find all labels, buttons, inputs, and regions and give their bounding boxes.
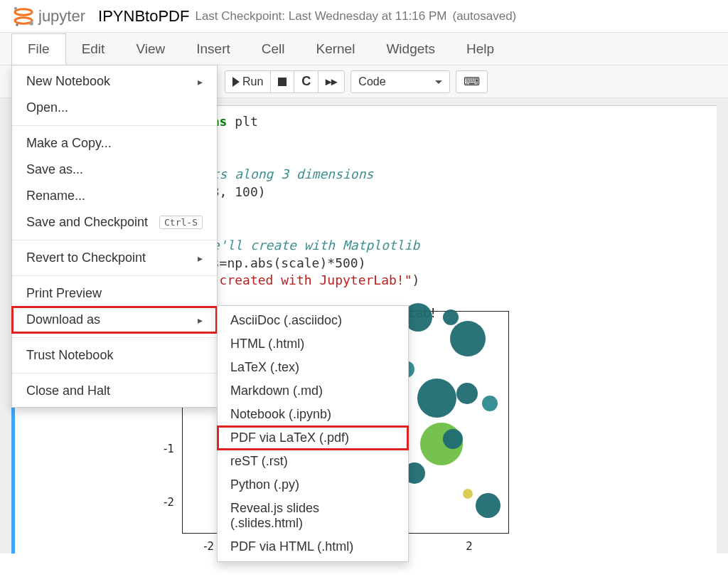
menu-item-label: Make a Copy... [26, 136, 112, 151]
y-tick: -2 [153, 494, 174, 509]
file-menu-item[interactable]: Download as [12, 307, 217, 333]
menu-item-label: Save and Checkpoint [26, 215, 148, 230]
menu-item-label: Revert to Checkpoint [26, 250, 146, 265]
celltype-select[interactable]: Code [350, 70, 450, 93]
restart-run-all-button[interactable]: ▸▸ [318, 70, 345, 93]
jupyter-logo[interactable]: jupyter [11, 4, 85, 28]
stop-icon [278, 78, 287, 86]
data-point [456, 383, 478, 404]
download-format-item[interactable]: LaTeX (.tex) [218, 356, 408, 379]
download-format-item[interactable]: HTML (.html) [218, 332, 408, 356]
notebook-name[interactable]: IPYNBtoPDF [98, 7, 189, 26]
run-button[interactable]: Run [225, 70, 271, 93]
file-menu-item[interactable]: New Notebook [12, 68, 217, 95]
y-tick: -1 [153, 442, 174, 457]
menu-widgets[interactable]: Widgets [370, 34, 451, 64]
file-menu-item[interactable]: Open... [12, 95, 217, 121]
celltype-value: Code [358, 75, 385, 88]
download-format-item[interactable]: PDF via LaTeX (.pdf) [218, 426, 408, 450]
autosave-status: (autosaved) [452, 9, 516, 23]
download-format-item[interactable]: Notebook (.ipynb) [218, 403, 408, 426]
file-menu-item[interactable]: Save and CheckpointCtrl-S [12, 209, 217, 236]
download-format-item[interactable]: PDF via HTML (.html) [218, 535, 408, 554]
menu-item-label: Download as [26, 312, 100, 327]
menu-item-label: Print Preview [26, 286, 102, 301]
play-icon [232, 77, 240, 87]
data-point [443, 309, 459, 325]
svg-point-4 [16, 23, 18, 26]
file-menu-item[interactable]: Save as... [12, 157, 217, 183]
file-menu-item[interactable]: Close and Halt [12, 378, 217, 404]
svg-point-3 [29, 21, 33, 26]
menu-insert[interactable]: Insert [181, 34, 246, 64]
download-format-item[interactable]: Python (.py) [218, 473, 408, 497]
download-format-item[interactable]: Reveal.js slides (.slides.html) [218, 497, 408, 535]
menu-item-label: Close and Halt [26, 383, 110, 398]
shortcut-badge: Ctrl-S [159, 216, 203, 229]
menu-item-label: Open... [26, 100, 68, 115]
checkpoint-status: Last Checkpoint: Last Wednesday at 11:16… [195, 9, 446, 23]
menu-view[interactable]: View [120, 34, 181, 64]
menu-item-label: Rename... [26, 189, 85, 203]
menu-kernel[interactable]: Kernel [300, 34, 370, 64]
menu-file[interactable]: File [11, 33, 66, 65]
interrupt-button[interactable] [270, 70, 294, 93]
command-palette-button[interactable]: ⌨ [456, 70, 488, 93]
fast-forward-icon: ▸▸ [326, 75, 337, 88]
logo-text: jupyter [38, 7, 85, 26]
download-as-submenu: AsciiDoc (.asciidoc)HTML (.html)LaTeX (.… [217, 305, 409, 554]
keyboard-icon: ⌨ [464, 75, 480, 88]
restart-button[interactable]: C [294, 70, 318, 93]
menubar: File Edit View Insert Cell Kernel Widget… [0, 33, 728, 65]
svg-point-0 [15, 9, 32, 14]
svg-point-1 [15, 17, 32, 23]
run-label: Run [242, 75, 263, 88]
notebook-header: jupyter IPYNBtoPDF Last Checkpoint: Last… [0, 0, 728, 33]
data-point [417, 379, 456, 418]
file-menu-item[interactable]: Rename... [12, 183, 217, 209]
data-point [450, 321, 486, 356]
file-menu-item[interactable]: Print Preview [12, 280, 217, 307]
menu-cell[interactable]: Cell [246, 34, 301, 64]
svg-point-2 [14, 6, 17, 9]
file-menu-item[interactable]: Make a Copy... [12, 130, 217, 157]
menu-item-label: Trust Notebook [26, 348, 113, 363]
data-point [463, 489, 473, 499]
menu-help[interactable]: Help [451, 34, 510, 64]
restart-icon: C [301, 74, 311, 89]
menu-item-label: Save as... [26, 162, 83, 177]
file-menu-dropdown: New NotebookOpen...Make a Copy...Save as… [11, 65, 218, 408]
download-format-item[interactable]: reST (.rst) [218, 450, 408, 473]
download-format-item[interactable]: Markdown (.md) [218, 379, 408, 403]
data-point [482, 396, 498, 411]
download-format-item[interactable]: AsciiDoc (.asciidoc) [218, 309, 408, 332]
data-point [476, 493, 500, 518]
menu-edit[interactable]: Edit [66, 34, 121, 64]
file-menu-item[interactable]: Trust Notebook [12, 342, 217, 369]
x-tick: 2 [459, 539, 480, 554]
menu-item-label: New Notebook [26, 74, 110, 89]
file-menu-item[interactable]: Revert to Checkpoint [12, 245, 217, 271]
